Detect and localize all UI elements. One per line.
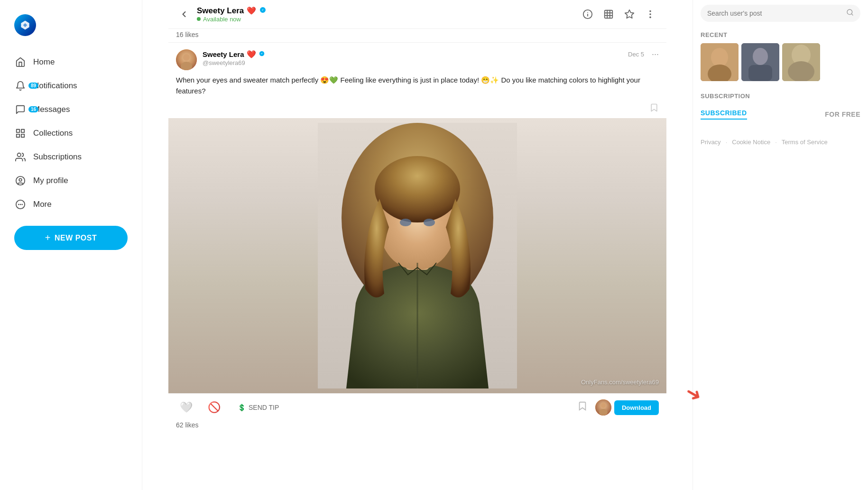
sidebar-item-subscriptions[interactable]: Subscriptions (5, 145, 137, 169)
footer-dot-1: · (726, 139, 728, 146)
svg-rect-14 (605, 10, 613, 18)
svg-marker-19 (625, 10, 634, 18)
more-icon (14, 198, 27, 211)
subscribed-tab[interactable]: SUBSCRIBED (701, 109, 747, 120)
svg-line-38 (851, 14, 853, 15)
svg-rect-1 (21, 129, 24, 132)
verified-icon (259, 6, 267, 15)
back-button[interactable] (176, 6, 192, 22)
post-photo: OnlyFans.com/sweetylera69 (168, 118, 666, 393)
footer-dot-2: · (775, 139, 777, 146)
download-avatar (595, 399, 611, 416)
dislike-icon: 🚫 (208, 401, 221, 414)
person-layer (168, 118, 666, 393)
recent-thumb-1[interactable] (701, 43, 739, 81)
notifications-badge: 89 (28, 83, 38, 89)
svg-point-21 (650, 14, 651, 15)
logo[interactable] (14, 14, 36, 36)
dislike-button[interactable]: 🚫 (204, 399, 224, 416)
cookie-notice-link[interactable]: Cookie Notice (732, 139, 770, 146)
post-meta-row: Sweety Lera ❤️ Dec 5 ··· (203, 49, 659, 59)
post-date: Dec 5 (628, 51, 644, 58)
svg-rect-3 (17, 134, 19, 137)
sidebar-item-label: Home (33, 57, 55, 67)
recent-thumb-3[interactable] (782, 43, 820, 81)
messages-badge: 16 (28, 106, 38, 112)
post-handle[interactable]: @sweetylera69 (203, 59, 659, 66)
sidebar-item-label: Notifications (33, 81, 77, 91)
main-content: Sweety Lera ❤️ Available now (142, 0, 693, 490)
collections-icon (14, 127, 27, 139)
new-post-label: NEW POST (55, 234, 97, 242)
like-button[interactable]: 🤍 (176, 399, 196, 416)
sidebar-item-my-profile[interactable]: My profile (5, 169, 137, 193)
sidebar-item-notifications[interactable]: 89 Notifications (5, 74, 137, 98)
svg-point-35 (601, 403, 606, 408)
bottom-likes-count: 62 likes (168, 421, 666, 433)
plus-icon: + (45, 232, 51, 243)
info-button[interactable] (579, 6, 596, 23)
for-free-tab[interactable]: FOR FREE (825, 111, 860, 118)
terms-link[interactable]: Terms of Service (782, 139, 828, 146)
send-tip-button[interactable]: 💲 SEND TIP (232, 402, 285, 413)
footer-links: Privacy · Cookie Notice · Terms of Servi… (701, 139, 860, 146)
sidebar-item-home[interactable]: Home (5, 50, 137, 74)
post-user-row: Sweety Lera ❤️ Dec 5 ··· (168, 43, 666, 75)
post-top-right: Dec 5 ··· (628, 49, 659, 59)
verified-icon-post (259, 50, 265, 58)
search-box (701, 5, 860, 22)
message-icon: 16 (14, 103, 27, 116)
post-header-bar: Sweety Lera ❤️ Available now (168, 0, 666, 29)
new-post-button[interactable]: + NEW POST (14, 226, 128, 250)
post-bookmark-button[interactable] (649, 103, 659, 114)
svg-point-40 (711, 48, 728, 67)
profile-icon (14, 175, 27, 187)
svg-point-4 (18, 153, 21, 157)
subscription-section-title: SUBSCRIPTION (701, 92, 860, 100)
search-icon[interactable] (846, 9, 854, 18)
send-tip-label: SEND TIP (249, 404, 279, 411)
recent-thumb-2[interactable] (741, 43, 779, 81)
post-text: When your eyes and sweater match perfect… (168, 75, 666, 103)
post-actions-bar: 🤍 🚫 💲 SEND TIP (168, 393, 666, 421)
sidebar-item-label: More (33, 200, 52, 209)
heart-action-icon: 🤍 (180, 401, 193, 414)
heart-icon: ❤️ (247, 6, 256, 15)
privacy-link[interactable]: Privacy (701, 139, 721, 146)
save-bookmark-button[interactable] (577, 401, 588, 414)
right-sidebar: RECENT SUBSCRIPTION S (693, 0, 868, 490)
options-button[interactable] (642, 6, 659, 23)
svg-rect-2 (21, 134, 24, 137)
svg-point-47 (788, 61, 814, 81)
svg-point-22 (650, 17, 651, 18)
bell-icon: 89 (14, 80, 27, 92)
media-button[interactable] (600, 6, 617, 23)
svg-rect-0 (17, 129, 19, 132)
svg-point-30 (375, 156, 460, 222)
top-likes-count: 16 likes (168, 29, 666, 43)
recent-thumbnails (701, 43, 860, 81)
post-user-info: Sweety Lera ❤️ Dec 5 ··· (203, 49, 659, 66)
sidebar-item-label: Subscriptions (33, 152, 82, 162)
person-svg (318, 123, 517, 388)
svg-point-31 (400, 219, 411, 226)
post-more-button[interactable]: ··· (652, 49, 659, 59)
sidebar-item-messages[interactable]: 16 Messages (5, 98, 137, 121)
svg-point-6 (19, 178, 22, 181)
post-username[interactable]: Sweety Lera ❤️ (203, 50, 265, 59)
creator-name-header: Sweety Lera ❤️ (197, 6, 579, 16)
search-input[interactable] (707, 9, 842, 17)
star-button[interactable] (621, 6, 638, 23)
status-dot (197, 17, 201, 21)
sidebar-item-more[interactable]: More (5, 193, 137, 216)
post-header-actions (579, 6, 659, 23)
dollar-icon: 💲 (238, 404, 246, 411)
svg-point-36 (599, 409, 608, 416)
sidebar-item-collections[interactable]: Collections (5, 121, 137, 145)
svg-point-32 (424, 219, 435, 226)
download-button[interactable]: Download (614, 400, 659, 415)
sidebar: Home 89 Notifications 16 Messages Coll (0, 0, 142, 490)
svg-rect-44 (748, 65, 772, 81)
post-avatar[interactable] (176, 49, 197, 70)
svg-point-20 (650, 11, 651, 12)
